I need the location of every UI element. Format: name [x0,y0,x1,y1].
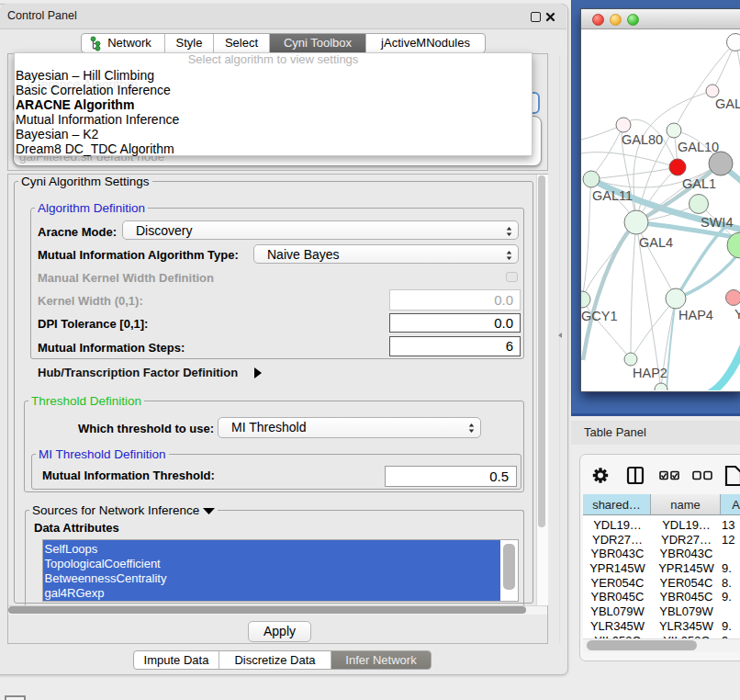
svg-text:Y: Y [734,307,740,322]
svg-text:GCY1: GCY1 [581,309,618,323]
svg-text:GAL1: GAL1 [682,176,716,191]
svg-text:GAL: GAL [715,96,740,111]
svg-text:SWI4: SWI4 [701,215,733,230]
svg-text:HAP2: HAP2 [633,366,667,380]
svg-text:GAL10: GAL10 [678,140,719,154]
svg-text:HAP4: HAP4 [678,308,713,322]
svg-text:GAL11: GAL11 [592,188,633,203]
svg-text:GAL4: GAL4 [639,235,673,250]
svg-text:GAL80: GAL80 [622,132,663,147]
